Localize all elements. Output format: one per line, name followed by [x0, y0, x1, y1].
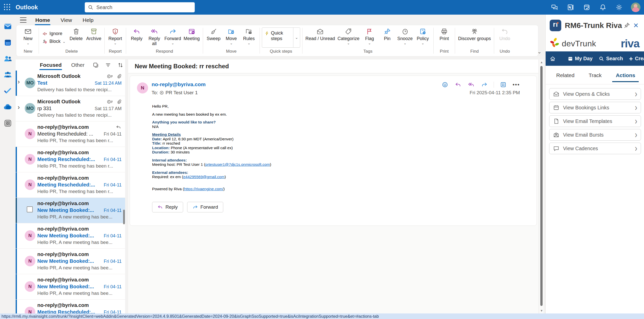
- groups-icon[interactable]: [3, 70, 13, 80]
- filter-icon[interactable]: [105, 62, 111, 68]
- search-box[interactable]: [85, 2, 195, 12]
- action-view-email-templates[interactable]: View Email Templates ›: [549, 115, 641, 127]
- riva-engine-link[interactable]: https://rivaengine.com/: [184, 187, 223, 191]
- chevron-down-icon[interactable]: ⌄: [247, 42, 250, 45]
- chevron-down-icon[interactable]: ⌄: [404, 42, 407, 45]
- ribbon-tab-help[interactable]: Help: [79, 16, 98, 25]
- mail-list-item[interactable]: N no-reply@byriva.com Meeting Reschedule…: [16, 300, 125, 313]
- message-checkbox[interactable]: [27, 206, 33, 212]
- flag-button[interactable]: Flag ⌄: [361, 27, 378, 45]
- expand-conversation-chevron-icon[interactable]: ›: [18, 78, 20, 85]
- mail-list-item[interactable]: N no-reply@byriva.com Meeting Reschedule…: [16, 147, 125, 172]
- snooze-button[interactable]: Snooze ⌄: [396, 27, 414, 45]
- sender-avatar[interactable]: N: [25, 154, 35, 165]
- people-icon[interactable]: [3, 54, 13, 64]
- mail-list-item[interactable]: N no-reply@byriva.com New Meeting Booked…: [16, 249, 125, 274]
- rules-button[interactable]: Rules ⌄: [240, 27, 258, 45]
- mail-list-item[interactable]: N no-reply@byriva.com Meeting Reschedule…: [16, 121, 125, 147]
- sender-avatar[interactable]: MO: [25, 103, 35, 114]
- mail-list-item[interactable]: no-reply@byriva.com New Meeting Booked:.…: [16, 198, 125, 223]
- sender-avatar[interactable]: N: [137, 82, 148, 93]
- chevron-down-icon[interactable]: ⌄: [114, 42, 117, 45]
- tab-actions[interactable]: Actions: [616, 72, 635, 82]
- action-view-opens-clicks[interactable]: View Opens & Clicks ›: [549, 88, 641, 100]
- sender-avatar[interactable]: N: [25, 179, 35, 190]
- ribbon-tab-home[interactable]: Home: [31, 16, 54, 25]
- home-icon[interactable]: [550, 56, 556, 62]
- tab-track[interactable]: Track: [589, 72, 602, 82]
- calendar-icon[interactable]: [3, 38, 13, 48]
- mail-list-item[interactable]: N no-reply@byriva.com New Meeting Booked…: [16, 223, 125, 249]
- expand-conversation-chevron-icon[interactable]: ›: [18, 104, 20, 111]
- select-all-icon[interactable]: [93, 62, 99, 68]
- tab-focused[interactable]: Focused: [38, 61, 63, 69]
- mail-list-item[interactable]: N no-reply@byriva.com New Meeting Booked…: [16, 274, 125, 300]
- reading-pane-scrollbar[interactable]: ▲ ▼: [539, 59, 544, 313]
- reply-button[interactable]: Reply: [128, 27, 145, 41]
- more-options-icon[interactable]: •••: [513, 81, 520, 88]
- sweep-button[interactable]: Sweep: [205, 27, 222, 41]
- sender-avatar[interactable]: N: [25, 129, 35, 139]
- chevron-down-icon[interactable]: ⌄: [26, 42, 30, 45]
- todo-check-icon[interactable]: [3, 86, 13, 96]
- sender-avatar[interactable]: N: [25, 256, 35, 266]
- scrollbar-thumb[interactable]: [540, 66, 543, 306]
- emoji-reaction-icon[interactable]: [441, 81, 449, 88]
- forward-icon[interactable]: [481, 81, 488, 88]
- app-launcher-waffle-icon[interactable]: [0, 0, 15, 15]
- chevron-down-icon[interactable]: ⌄: [63, 40, 66, 43]
- teams-chat-icon[interactable]: [550, 3, 559, 12]
- todo-icon[interactable]: [582, 3, 591, 12]
- reply-all-icon[interactable]: [467, 81, 475, 88]
- mail-list-scrollbar[interactable]: [123, 210, 125, 224]
- scroll-down-arrow-icon[interactable]: ▼: [540, 309, 543, 312]
- chevron-down-icon[interactable]: ⌄: [293, 28, 300, 47]
- archive-button[interactable]: Archive: [85, 27, 102, 41]
- chevron-down-icon[interactable]: ⌄: [171, 42, 174, 45]
- bell-icon[interactable]: [599, 3, 607, 12]
- block-button[interactable]: Block ⌄: [42, 39, 66, 44]
- recipient-name[interactable]: PR Test User 1: [165, 90, 198, 95]
- reply-button[interactable]: Reply: [152, 202, 183, 212]
- categorize-button[interactable]: Categorize ⌄: [337, 27, 360, 45]
- close-icon[interactable]: ✕: [631, 21, 640, 30]
- quick-steps-box[interactable]: Quick steps ⌄: [262, 27, 300, 48]
- meeting-button[interactable]: Meeting: [183, 27, 201, 41]
- onedrive-icon[interactable]: [3, 102, 13, 112]
- reply-all-button[interactable]: Reply all: [146, 27, 163, 46]
- report-button[interactable]: Report ⌄: [107, 27, 124, 45]
- chevron-down-icon[interactable]: ⌄: [368, 42, 371, 45]
- read-unread-button[interactable]: Read / Unread: [304, 27, 336, 41]
- mail-list-item[interactable]: › MO Microsoft Outlook rp 331 Sat 11:17 …: [16, 96, 125, 121]
- user-avatar[interactable]: [631, 3, 640, 12]
- mail-list-item[interactable]: N no-reply@byriva.com Meeting Reschedule…: [16, 172, 125, 198]
- reply-icon[interactable]: [454, 81, 462, 88]
- nav-create[interactable]: + Create: [629, 56, 644, 61]
- ribbon-tab-view[interactable]: View: [57, 16, 76, 25]
- apps-grid-icon[interactable]: [3, 118, 13, 128]
- move-button[interactable]: Move ⌄: [223, 27, 240, 45]
- mail-icon[interactable]: [3, 21, 13, 31]
- ribbon-collapse-chevron-icon[interactable]: ⌄: [537, 49, 542, 55]
- gear-icon[interactable]: [615, 3, 623, 12]
- external-attendee-link[interactable]: e44295569@gmail.com: [183, 175, 225, 179]
- new-mail-button[interactable]: New ⌄: [19, 27, 37, 45]
- pin-button[interactable]: Pin: [379, 27, 396, 41]
- chevron-down-icon[interactable]: ⌄: [421, 42, 424, 45]
- undo-button[interactable]: Undo: [496, 27, 513, 41]
- sender-avatar[interactable]: N: [25, 281, 35, 292]
- tab-related[interactable]: Related: [556, 72, 574, 82]
- sender-address-link[interactable]: no-reply@byriva.com: [152, 81, 206, 87]
- action-view-email-bursts[interactable]: View Email Bursts ›: [549, 129, 641, 141]
- ribbon-hamburger-icon[interactable]: [18, 16, 29, 25]
- forward-button[interactable]: Forward: [187, 202, 223, 212]
- tab-other[interactable]: Other: [70, 61, 86, 69]
- chevron-down-icon[interactable]: ⌄: [230, 42, 233, 45]
- sender-avatar[interactable]: MO: [25, 78, 35, 88]
- chevron-down-icon[interactable]: ⌄: [347, 42, 350, 45]
- sort-icon[interactable]: [117, 62, 124, 68]
- nav-search[interactable]: Search: [599, 56, 623, 61]
- apps-grid-icon[interactable]: [499, 81, 507, 88]
- action-view-cadences[interactable]: View Cadences ›: [549, 143, 641, 154]
- scroll-up-arrow-icon[interactable]: ▲: [540, 60, 543, 64]
